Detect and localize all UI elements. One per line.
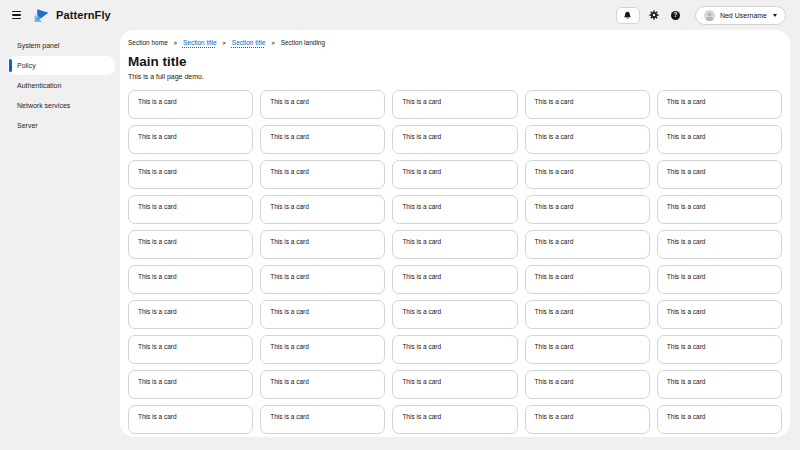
user-name: Ned Username: [720, 12, 767, 19]
card: This is a card: [260, 90, 385, 119]
card-title: This is a card: [667, 98, 772, 106]
gear-icon: [649, 10, 659, 20]
question-circle-icon: ?: [671, 11, 680, 20]
card: This is a card: [260, 160, 385, 189]
card: This is a card: [392, 335, 517, 364]
card-title: This is a card: [270, 378, 375, 386]
card-title: This is a card: [667, 413, 772, 421]
card: This is a card: [260, 265, 385, 294]
card: This is a card: [525, 335, 650, 364]
menu-toggle-button[interactable]: [12, 11, 22, 19]
card: This is a card: [392, 300, 517, 329]
user-menu-button[interactable]: Ned Username: [695, 6, 786, 25]
sidebar-item-system-panel[interactable]: System panel: [0, 36, 120, 55]
breadcrumb-item: Section landing: [281, 39, 325, 47]
breadcrumb-separator-icon: >: [174, 39, 177, 47]
card: This is a card: [128, 230, 253, 259]
card: This is a card: [260, 335, 385, 364]
brand-name: PatternFly: [56, 9, 111, 21]
card-title: This is a card: [138, 378, 243, 386]
card-title: This is a card: [402, 133, 507, 141]
card-title: This is a card: [667, 343, 772, 351]
card-title: This is a card: [402, 378, 507, 386]
card: This is a card: [128, 335, 253, 364]
card-title: This is a card: [535, 378, 640, 386]
sidebar-item-policy[interactable]: Policy: [8, 56, 115, 75]
card: This is a card: [128, 265, 253, 294]
card: This is a card: [525, 370, 650, 399]
card-title: This is a card: [402, 238, 507, 246]
card: This is a card: [657, 335, 782, 364]
card: This is a card: [657, 230, 782, 259]
card-title: This is a card: [270, 168, 375, 176]
card-grid: This is a cardThis is a cardThis is a ca…: [128, 90, 782, 434]
card-title: This is a card: [535, 273, 640, 281]
card-title: This is a card: [535, 168, 640, 176]
card-title: This is a card: [402, 273, 507, 281]
card: This is a card: [657, 265, 782, 294]
card-title: This is a card: [402, 168, 507, 176]
masthead: PatternFly ?: [0, 0, 800, 30]
card: This is a card: [128, 300, 253, 329]
content-panel: Section home>Section title>Section title…: [120, 30, 790, 437]
card: This is a card: [392, 160, 517, 189]
card: This is a card: [260, 125, 385, 154]
card-title: This is a card: [270, 238, 375, 246]
card: This is a card: [392, 195, 517, 224]
card-title: This is a card: [138, 98, 243, 106]
card-title: This is a card: [535, 343, 640, 351]
card: This is a card: [657, 370, 782, 399]
card: This is a card: [392, 370, 517, 399]
card-title: This is a card: [270, 343, 375, 351]
card-title: This is a card: [535, 133, 640, 141]
card: This is a card: [525, 160, 650, 189]
card-title: This is a card: [138, 413, 243, 421]
card-title: This is a card: [667, 168, 772, 176]
card-title: This is a card: [270, 133, 375, 141]
card-title: This is a card: [402, 413, 507, 421]
card: This is a card: [525, 405, 650, 434]
card-title: This is a card: [138, 308, 243, 316]
card-title: This is a card: [138, 273, 243, 281]
card: This is a card: [260, 405, 385, 434]
breadcrumb-item[interactable]: Section home: [128, 39, 168, 47]
card: This is a card: [260, 195, 385, 224]
card-title: This is a card: [667, 133, 772, 141]
card: This is a card: [392, 230, 517, 259]
card-title: This is a card: [402, 343, 507, 351]
breadcrumb-item[interactable]: Section title: [183, 39, 217, 47]
card-title: This is a card: [535, 203, 640, 211]
card: This is a card: [525, 125, 650, 154]
card: This is a card: [525, 90, 650, 119]
avatar: [704, 10, 715, 21]
card: This is a card: [128, 125, 253, 154]
sidebar-item-server[interactable]: Server: [0, 116, 120, 135]
card-title: This is a card: [667, 378, 772, 386]
page-subtitle: This is a full page demo.: [128, 72, 782, 81]
help-button[interactable]: ?: [669, 9, 682, 22]
card: This is a card: [525, 195, 650, 224]
card: This is a card: [128, 90, 253, 119]
card-title: This is a card: [667, 273, 772, 281]
card: This is a card: [128, 405, 253, 434]
card: This is a card: [392, 405, 517, 434]
notifications-button[interactable]: [616, 7, 640, 24]
card-title: This is a card: [138, 203, 243, 211]
card: This is a card: [657, 300, 782, 329]
card-title: This is a card: [270, 308, 375, 316]
breadcrumb-separator-icon: >: [223, 39, 226, 47]
card: This is a card: [128, 370, 253, 399]
card-title: This is a card: [270, 98, 375, 106]
breadcrumb-item[interactable]: Section title: [232, 39, 266, 47]
settings-button[interactable]: [648, 9, 661, 22]
chevron-down-icon: [773, 14, 777, 17]
card: This is a card: [657, 195, 782, 224]
card-title: This is a card: [138, 343, 243, 351]
brand: PatternFly: [33, 7, 111, 24]
card-title: This is a card: [667, 203, 772, 211]
sidebar-item-network-services[interactable]: Network services: [0, 96, 120, 115]
card: This is a card: [525, 230, 650, 259]
hamburger-icon: [12, 11, 21, 12]
sidebar-item-authentication[interactable]: Authentication: [0, 76, 120, 95]
card: This is a card: [392, 125, 517, 154]
